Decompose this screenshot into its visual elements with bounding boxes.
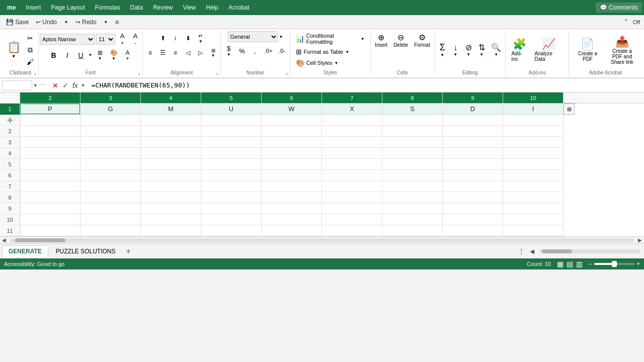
- cell-8-6[interactable]: [262, 181, 322, 192]
- cell-3-2[interactable]: [20, 126, 80, 137]
- cell-9-9[interactable]: [443, 192, 503, 203]
- cell-9-2[interactable]: [20, 192, 80, 203]
- empty-cell-2-4[interactable]: [141, 115, 201, 126]
- cell-7-7[interactable]: [322, 170, 382, 181]
- cell-5-8[interactable]: [382, 148, 443, 159]
- cell-7-9[interactable]: [443, 170, 503, 181]
- cell-1-2[interactable]: P: [20, 104, 80, 115]
- cell-8-4[interactable]: [141, 181, 201, 192]
- delete-button[interactable]: ⊖ Delete: [391, 31, 411, 49]
- cell-3-4[interactable]: [141, 126, 201, 137]
- cell-6-5[interactable]: [201, 159, 262, 170]
- underline-button[interactable]: U: [75, 50, 87, 60]
- sheet-tab-generate[interactable]: GENERATE: [2, 245, 48, 257]
- col-header-10[interactable]: 10: [503, 93, 564, 103]
- scroll-thumb[interactable]: [15, 238, 65, 242]
- copy-button[interactable]: ⧉: [24, 44, 36, 56]
- number-format-dropdown[interactable]: ▼: [279, 35, 283, 39]
- cell-7-3[interactable]: [80, 170, 141, 181]
- col-header-5[interactable]: 5: [201, 93, 262, 103]
- wrap-text-button[interactable]: ↵▼: [195, 31, 207, 45]
- cell-12-3[interactable]: [80, 225, 141, 236]
- row-header-11[interactable]: 10: [0, 214, 20, 225]
- col-header-8[interactable]: 8: [382, 93, 443, 103]
- cell-8-3[interactable]: [80, 181, 141, 192]
- sheet-tab-puzzle-solutions[interactable]: PUZZLE SOLUTIONS: [49, 245, 122, 257]
- format-painter-button[interactable]: 🖌: [24, 56, 36, 67]
- cut-button[interactable]: ✂: [24, 33, 36, 44]
- cell-4-5[interactable]: [201, 137, 262, 148]
- empty-cell-2-7[interactable]: [322, 115, 382, 126]
- page-layout-view-icon[interactable]: ▤: [567, 260, 573, 268]
- cell-9-3[interactable]: [80, 192, 141, 203]
- tab-scrollbar[interactable]: [539, 249, 640, 253]
- scroll-left-btn[interactable]: ◀: [0, 237, 8, 243]
- cell-12-9[interactable]: [443, 225, 503, 236]
- cell-7-2[interactable]: [20, 170, 80, 181]
- cell-4-8[interactable]: [382, 137, 443, 148]
- cell-12-4[interactable]: [141, 225, 201, 236]
- cell-10-6[interactable]: [262, 203, 322, 214]
- cell-4-2[interactable]: [20, 137, 80, 148]
- cell-9-6[interactable]: [262, 192, 322, 203]
- conditional-dropdown[interactable]: ▼: [361, 37, 365, 41]
- row-header-12[interactable]: 11: [0, 225, 20, 236]
- format-table-button[interactable]: ⊞ Format as Table ▼: [293, 46, 367, 57]
- cell-10-3[interactable]: [80, 203, 141, 214]
- create-pdf-button[interactable]: 📄 Create a PDF: [572, 36, 603, 63]
- row-header-4[interactable]: 3: [0, 137, 20, 148]
- app-name-tab[interactable]: me: [2, 2, 21, 13]
- tab-page-layout[interactable]: Page Layout: [46, 2, 90, 13]
- increase-font-size-button[interactable]: A+: [116, 31, 128, 47]
- cell-9-5[interactable]: [201, 192, 262, 203]
- cell-6-4[interactable]: [141, 159, 201, 170]
- empty-cell-2-5[interactable]: [201, 115, 262, 126]
- cell-6-10[interactable]: [503, 159, 564, 170]
- cell-10-5[interactable]: [201, 203, 262, 214]
- page-break-view-icon[interactable]: ▥: [576, 260, 583, 268]
- tab-acrobat[interactable]: Acrobat: [223, 2, 254, 13]
- cell-6-6[interactable]: [262, 159, 322, 170]
- cell-12-8[interactable]: [382, 225, 443, 236]
- cell-6-9[interactable]: [443, 159, 503, 170]
- align-left-button[interactable]: ≡: [144, 48, 156, 58]
- align-top-button[interactable]: ⬆: [157, 33, 169, 43]
- cell-7-10[interactable]: [503, 170, 564, 181]
- cell-9-7[interactable]: [322, 192, 382, 203]
- col-header-6[interactable]: 6: [262, 93, 322, 103]
- expand-collapse-icon[interactable]: ⋯: [39, 82, 47, 88]
- decrease-font-size-button[interactable]: A-: [129, 31, 141, 47]
- cell-styles-dropdown[interactable]: ▼: [335, 61, 339, 65]
- cell-12-2[interactable]: [20, 225, 80, 236]
- sort-filter-button[interactable]: ⇅ ▼: [475, 41, 488, 58]
- font-size-select[interactable]: 11: [96, 34, 115, 45]
- bold-button[interactable]: B: [48, 50, 60, 60]
- quick-analysis-button[interactable]: ⊞: [564, 104, 575, 115]
- cell-1-3[interactable]: G: [80, 104, 141, 115]
- comments-button[interactable]: 💬 Comments: [596, 3, 642, 13]
- alignment-launcher[interactable]: ⌟: [216, 70, 218, 75]
- borders-button[interactable]: ⊞▼: [94, 48, 106, 62]
- cell-8-2[interactable]: [20, 181, 80, 192]
- insert-function-button[interactable]: fx: [71, 80, 79, 90]
- save-button[interactable]: 💾 Save: [4, 18, 31, 27]
- cell-10-8[interactable]: [382, 203, 443, 214]
- name-box-dropdown[interactable]: ▼: [33, 83, 38, 88]
- undo-button[interactable]: ↩ Undo: [34, 18, 59, 27]
- tab-options-button[interactable]: ⋮: [516, 245, 527, 257]
- row-header-3[interactable]: 2: [0, 126, 20, 137]
- cell-10-7[interactable]: [322, 203, 382, 214]
- decrease-decimal-button[interactable]: .0-: [276, 46, 288, 55]
- font-color-button[interactable]: A▼: [122, 48, 134, 62]
- cell-10-2[interactable]: [20, 203, 80, 214]
- col-header-7[interactable]: 7: [322, 93, 382, 103]
- zoom-in-icon[interactable]: +: [636, 260, 640, 267]
- empty-cell-2-3[interactable]: [80, 115, 141, 126]
- font-launcher[interactable]: ⌟: [138, 70, 140, 75]
- zoom-out-icon[interactable]: −: [589, 260, 592, 267]
- cell-11-4[interactable]: [141, 214, 201, 225]
- cell-3-9[interactable]: [443, 126, 503, 137]
- cell-1-8[interactable]: S: [382, 104, 443, 115]
- redo-button[interactable]: ↪ Redo: [73, 18, 99, 27]
- cell-11-3[interactable]: [80, 214, 141, 225]
